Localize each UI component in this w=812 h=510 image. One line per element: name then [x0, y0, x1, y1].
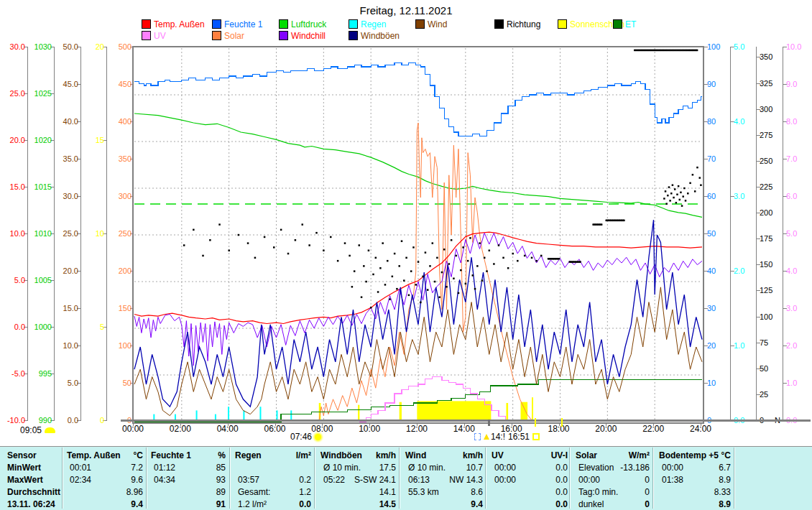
- table-cell-value: 0.0: [250, 499, 311, 509]
- table-col-unit: °C: [688, 450, 731, 460]
- table-row-label: MaxWert: [7, 475, 43, 485]
- table-cell-value: 91: [165, 499, 226, 509]
- table-separator: [570, 448, 571, 509]
- sunrise-annotation: 07:46: [290, 432, 321, 442]
- table-cell-value: 0.0: [507, 463, 568, 473]
- table-cell-value: 8.33: [670, 487, 731, 497]
- table-cell-value: 0: [589, 487, 650, 497]
- table-col-unit: %: [183, 450, 226, 460]
- table-cell-value: 9.4: [82, 499, 143, 509]
- table-row-label: 13.11. 06:24: [7, 499, 55, 509]
- time-axis-mark: [488, 419, 490, 426]
- moon-arrow-icon: [484, 434, 489, 440]
- sunrise-time: 07:46: [290, 432, 312, 442]
- table-cell-value: NW 14.3: [422, 475, 483, 485]
- table-cell-value: 0: [589, 499, 650, 509]
- table-cell-value: 8.9: [670, 475, 731, 485]
- table-separator: [400, 448, 400, 509]
- table-cell-value: 93: [165, 475, 226, 485]
- table-col-unit: km/h: [353, 450, 396, 460]
- table-col-unit: l/m²: [268, 450, 311, 460]
- table-col-unit: °C: [100, 450, 143, 460]
- table-row-label: Durchschnitt: [7, 487, 60, 497]
- table-cell-value: 8.9: [670, 499, 731, 509]
- moon-icon: [45, 427, 55, 433]
- table-cell-value: 0.0: [507, 499, 568, 509]
- sun-icon: [315, 434, 321, 440]
- table-cell-value: -13.186: [589, 463, 650, 473]
- table-separator: [486, 448, 486, 509]
- table-cell-value: 0: [589, 475, 650, 485]
- table-separator: [63, 448, 63, 509]
- sun-moon-annotations: 09:0507:4614:!16:51: [0, 0, 812, 510]
- table-cell-value: 9.4: [422, 499, 483, 509]
- table-separator: [147, 448, 147, 509]
- table-separator: [653, 448, 654, 509]
- table-cell-value: 8.96: [82, 487, 143, 497]
- table-cell-value: 17.5: [335, 463, 396, 473]
- table-cell-value: 14.1: [335, 487, 396, 497]
- table-col-unit: W/m²: [606, 450, 650, 460]
- table-separator: [315, 448, 315, 509]
- moonset-icon: [474, 433, 481, 440]
- weather-chart-page: { "title": "Freitag, 12.11.2021", "legen…: [0, 0, 812, 510]
- table-cell-value: S-SW 24.1: [335, 475, 396, 485]
- table-row-label: Sensor: [7, 450, 37, 460]
- table-cell-value: 0.0: [507, 487, 568, 497]
- table-cell-value: 0.2: [250, 475, 311, 485]
- table-cell-value: 0.0: [507, 475, 568, 485]
- sunset-axis-mark: [535, 418, 536, 427]
- table-cell-value: 10.7: [422, 463, 483, 473]
- table-cell-value: 7.2: [82, 463, 143, 473]
- table-cell-value: 8.6: [422, 487, 483, 497]
- table-separator: [230, 448, 231, 509]
- table-col-header: UV: [492, 450, 504, 460]
- table-cell-value: 1.2: [250, 487, 311, 497]
- table-col-unit: UV-I: [525, 450, 568, 460]
- summary-table: SensorMinWertMaxWertDurchschnitt13.11. 0…: [0, 446, 812, 510]
- table-col-header: Solar: [576, 450, 597, 460]
- table-cell-value: 14.5: [335, 499, 396, 509]
- table-cell-value: 85: [165, 463, 226, 473]
- sunset-time: 16:51: [508, 432, 530, 442]
- moonset-time: 14:!: [491, 432, 505, 442]
- moonset-sunset-annotation: 14:!16:51: [474, 432, 540, 442]
- table-row-label: MinWert: [7, 463, 41, 473]
- moonrise-time: 09:05: [20, 425, 42, 435]
- sunset-axis-mark: [561, 418, 563, 427]
- table-cell-value: 9.6: [82, 475, 143, 485]
- table-separator: [734, 448, 735, 509]
- sunset-sun-icon: [532, 433, 540, 440]
- moonrise-annotation: 09:05: [20, 425, 55, 435]
- table-cell-value: 6.7: [670, 463, 731, 473]
- table-col-header: Wind: [405, 450, 426, 460]
- table-cell-value: 89: [165, 487, 226, 497]
- table-col-unit: km/h: [440, 450, 483, 460]
- table-col-header: Regen: [235, 450, 262, 460]
